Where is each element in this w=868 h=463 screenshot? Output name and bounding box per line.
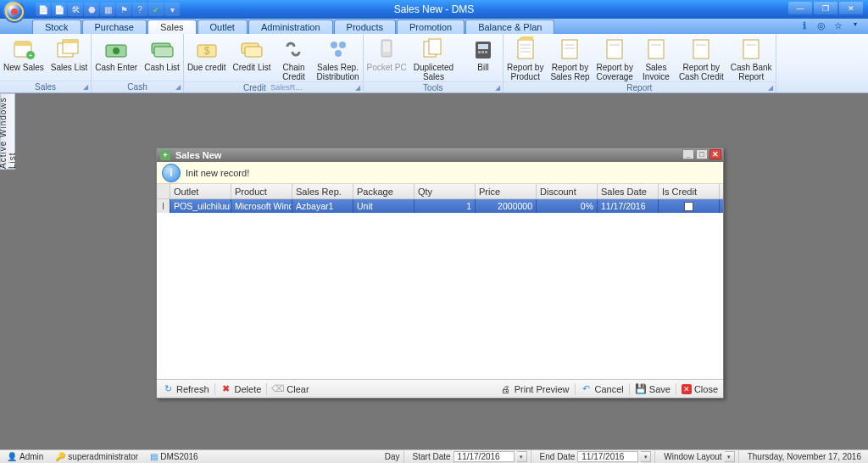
col-salesrep[interactable]: Sales Rep. bbox=[292, 184, 353, 198]
chain-credit-icon bbox=[281, 36, 306, 62]
close-button[interactable]: ✕Close bbox=[676, 380, 723, 398]
qa-add-doc-icon[interactable]: 📄 bbox=[52, 3, 67, 16]
tab-sales[interactable]: Sales bbox=[147, 20, 197, 34]
delete-button[interactable]: ✖Delete bbox=[215, 380, 267, 398]
tab-purchase[interactable]: Purchase bbox=[82, 20, 147, 34]
svg-text:$: $ bbox=[203, 45, 209, 57]
qa-check-icon[interactable]: ✔ bbox=[148, 3, 164, 16]
col-price[interactable]: Price bbox=[476, 184, 537, 198]
inner-maximize-button[interactable]: □ bbox=[696, 149, 708, 159]
col-package[interactable]: Package bbox=[353, 184, 415, 198]
qa-tools-icon[interactable]: 🛠 bbox=[68, 3, 83, 16]
refresh-button[interactable]: ↻Refresh bbox=[157, 380, 214, 398]
start-date-field[interactable]: 11/17/2016 bbox=[453, 451, 515, 462]
col-iscredit[interactable]: Is Credit bbox=[659, 184, 720, 198]
save-button[interactable]: 💾Save bbox=[630, 380, 676, 398]
ribbon-sep bbox=[457, 34, 464, 81]
ribbon-sales-invoice[interactable]: Sales Invoice bbox=[637, 34, 676, 81]
printer-icon: 🖨 bbox=[500, 383, 512, 395]
report-icon bbox=[602, 36, 627, 62]
layout-dropdown[interactable]: ▾ bbox=[725, 451, 735, 462]
print-preview-button[interactable]: 🖨Print Preview bbox=[495, 380, 575, 398]
tab-products[interactable]: Products bbox=[334, 20, 396, 34]
cell-iscredit[interactable] bbox=[659, 199, 720, 213]
ribbon-new-sales[interactable]: + New Sales bbox=[0, 34, 47, 81]
ribbon-credit-list[interactable]: Credit List bbox=[229, 34, 274, 81]
menu-dropdown-icon[interactable]: ▾ bbox=[849, 20, 861, 31]
end-date-field[interactable]: 11/17/2016 bbox=[577, 451, 638, 462]
inner-close-button[interactable]: ✕ bbox=[709, 149, 721, 159]
cell-qty[interactable]: 1 bbox=[415, 199, 476, 213]
col-product[interactable]: Product bbox=[231, 184, 292, 198]
col-salesdate[interactable]: Sales Date bbox=[598, 184, 659, 198]
menu-star-icon[interactable]: ☆ bbox=[832, 20, 844, 31]
qa-more-icon[interactable]: ▾ bbox=[164, 3, 180, 16]
key-icon: 🔑 bbox=[55, 452, 65, 461]
ribbon-duplicated-sales[interactable]: Dupliceted Sales bbox=[410, 34, 457, 81]
qa-new-doc-icon[interactable]: 📄 bbox=[36, 3, 51, 16]
cell-price[interactable]: 2000000 bbox=[476, 199, 537, 213]
pocket-pc-icon bbox=[374, 36, 399, 62]
col-qty[interactable]: Qty bbox=[415, 184, 476, 198]
window-minimize-button[interactable]: — bbox=[788, 2, 812, 14]
grid-empty-area[interactable] bbox=[157, 213, 723, 379]
clear-icon: ⌫ bbox=[272, 383, 284, 395]
inner-titlebar[interactable]: + Sales New _ □ ✕ bbox=[157, 148, 723, 162]
tab-outlet[interactable]: Outlet bbox=[198, 20, 248, 34]
ribbon-cash-list[interactable]: Cash List bbox=[141, 34, 183, 81]
credit-list-icon bbox=[239, 36, 264, 62]
sales-grid[interactable]: Outlet Product Sales Rep. Package Qty Pr… bbox=[157, 184, 723, 379]
app-title: Sales New - DMS bbox=[394, 3, 475, 15]
tab-promotion[interactable]: Promotion bbox=[397, 20, 465, 34]
col-outlet[interactable]: Outlet bbox=[170, 184, 231, 198]
dock-active-windows-list[interactable]: Active Windows List bbox=[0, 93, 15, 170]
menu-info-icon[interactable]: ℹ bbox=[798, 20, 810, 31]
ribbon-due-credit[interactable]: $ Due credit bbox=[184, 34, 230, 81]
cell-outlet[interactable]: POS_uilchiluulegch bbox=[170, 199, 231, 213]
quick-access-toolbar: 📄 📄 🛠 ⬣ ▦ ⚑ ? ✔ ▾ bbox=[36, 3, 180, 16]
ribbon-report-coverage[interactable]: Report by Coverage bbox=[593, 34, 637, 81]
db-icon: ▤ bbox=[150, 452, 158, 461]
tab-balance-plan[interactable]: Balance & Plan bbox=[465, 20, 554, 34]
ribbon-report-cashcredit[interactable]: Report by Cash Credit bbox=[676, 34, 727, 81]
grid-row[interactable]: I POS_uilchiluulegch Microsoft Windo... … bbox=[157, 199, 723, 213]
qa-stamp-icon[interactable]: ⬣ bbox=[84, 3, 99, 16]
ribbon-salesrep-distribution[interactable]: Sales Rep. Distribution bbox=[313, 34, 362, 81]
refresh-icon: ↻ bbox=[162, 383, 174, 395]
cell-product[interactable]: Microsoft Windo... bbox=[231, 199, 292, 213]
qa-help-icon[interactable]: ? bbox=[132, 3, 147, 16]
ribbon-bill[interactable]: Bill bbox=[464, 34, 503, 81]
start-date-dropdown[interactable]: ▾ bbox=[517, 451, 527, 462]
ribbon-sales-list[interactable]: Sales List bbox=[47, 34, 91, 81]
ribbon-chain-credit[interactable]: Chain Credit bbox=[274, 34, 313, 81]
inner-minimize-button[interactable]: _ bbox=[682, 149, 694, 159]
cancel-button[interactable]: ↶Cancel bbox=[576, 380, 629, 398]
tab-administration[interactable]: Administration bbox=[248, 20, 333, 34]
qa-grid-icon[interactable]: ▦ bbox=[100, 3, 115, 16]
report-icon bbox=[738, 36, 764, 62]
ribbon-cash-enter[interactable]: Cash Enter bbox=[92, 34, 141, 81]
window-maximize-button[interactable]: ❐ bbox=[814, 2, 837, 14]
cell-salesrep[interactable]: Azbayar1 bbox=[292, 199, 353, 213]
end-date-dropdown[interactable]: ▾ bbox=[641, 451, 651, 462]
grid-header: Outlet Product Sales Rep. Package Qty Pr… bbox=[157, 184, 723, 199]
ribbon-cash-bank-report[interactable]: Cash Bank Report bbox=[727, 34, 776, 81]
qa-flag-icon[interactable]: ⚑ bbox=[116, 3, 131, 16]
ribbon-report-salesrep[interactable]: Report by Sales Rep bbox=[547, 34, 593, 81]
titlebar: 📄 📄 🛠 ⬣ ▦ ⚑ ? ✔ ▾ Sales New - DMS — ❐ ✕ bbox=[0, 0, 868, 19]
app-orb[interactable] bbox=[2, 0, 27, 25]
cell-package[interactable]: Unit bbox=[353, 199, 415, 213]
ribbon-group-credit: $ Due credit Credit List Chain Credit Sa… bbox=[184, 34, 364, 92]
inner-window-icon: + bbox=[160, 150, 170, 160]
menu-help-icon[interactable]: ◎ bbox=[815, 20, 827, 31]
save-icon: 💾 bbox=[635, 383, 647, 395]
window-close-button[interactable]: ✕ bbox=[839, 2, 863, 14]
cell-discount[interactable]: 0% bbox=[537, 199, 598, 213]
clear-button[interactable]: ⌫Clear bbox=[267, 380, 314, 398]
status-window-layout[interactable]: Window Layout ▾ bbox=[660, 450, 738, 463]
col-discount[interactable]: Discount bbox=[537, 184, 598, 198]
tab-stock[interactable]: Stock bbox=[32, 20, 81, 34]
iscredit-checkbox[interactable] bbox=[684, 202, 693, 211]
ribbon-report-product[interactable]: Report by Product bbox=[504, 34, 547, 81]
cell-salesdate[interactable]: 11/17/2016 bbox=[598, 199, 659, 213]
